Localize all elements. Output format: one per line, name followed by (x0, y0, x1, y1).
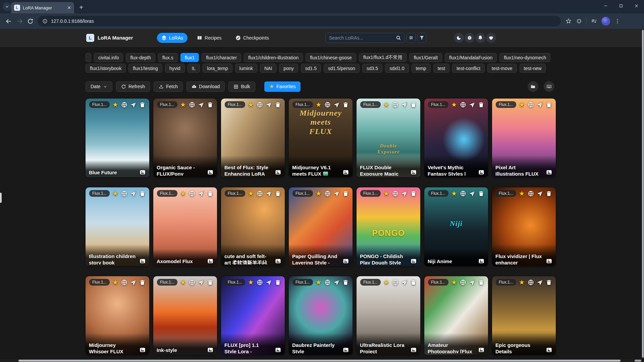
lora-card[interactable]: Flux.1... ★ Pixel Art Illustrations FLUX (492, 99, 556, 177)
filter-tag[interactable]: flux1/character (202, 53, 241, 62)
filter-tag[interactable]: flux.s (158, 53, 178, 62)
filter-tag[interactable]: test-move (487, 64, 517, 73)
filter-tag[interactable]: flux1/children-illustration (244, 53, 303, 62)
trash-icon[interactable] (342, 102, 349, 108)
picture-icon[interactable] (207, 347, 214, 353)
picture-icon[interactable] (342, 169, 349, 176)
filter-tag[interactable]: flux1/testing (128, 64, 162, 73)
lora-card[interactable]: Flux.1... ★ Axomodel Flux (153, 187, 217, 266)
globe-icon[interactable] (121, 190, 127, 197)
picture-icon[interactable] (410, 169, 417, 176)
lora-card[interactable]: Flux.1... ★ cute and soft felt-art 柔软清新羊… (221, 187, 285, 266)
filter-tag[interactable]: sd1.5 (301, 64, 321, 73)
send-icon[interactable] (266, 279, 272, 286)
tab-close-icon[interactable]: ✕ (67, 5, 71, 10)
search-options-button[interactable] (407, 33, 416, 43)
lora-card[interactable]: Flux.1... ★ Epic gorgeous Details (492, 276, 556, 355)
trash-icon[interactable] (139, 279, 146, 286)
lora-card[interactable]: Double Exposure Flux.1... ★ FLUX Double … (357, 99, 420, 177)
picture-icon[interactable] (546, 258, 552, 264)
favorite-star-icon[interactable]: ★ (316, 279, 322, 286)
bookmark-star-icon[interactable] (566, 18, 572, 24)
tab-search-button[interactable] (3, 2, 11, 11)
picture-icon[interactable] (546, 347, 552, 353)
reload-icon[interactable] (25, 16, 36, 26)
send-icon[interactable] (537, 190, 543, 197)
trash-icon[interactable] (546, 279, 552, 286)
send-icon[interactable] (469, 102, 475, 108)
globe-icon[interactable] (189, 102, 195, 108)
filter-tag[interactable]: IL (187, 64, 200, 73)
sort-select[interactable]: Date (86, 81, 112, 92)
filter-tag[interactable]: flux1/chinese-goose (306, 53, 356, 62)
support-button[interactable] (486, 33, 496, 43)
media-controls-icon[interactable] (591, 18, 597, 24)
globe-icon[interactable] (324, 279, 331, 286)
picture-icon[interactable] (410, 258, 417, 264)
trash-icon[interactable] (342, 279, 349, 286)
favorites-filter-button[interactable]: ★ Favorites (264, 81, 301, 92)
send-icon[interactable] (130, 102, 137, 108)
send-icon[interactable] (469, 190, 475, 197)
search-box[interactable] (325, 33, 405, 43)
trash-icon[interactable] (478, 102, 484, 108)
profile-avatar[interactable] (601, 17, 610, 25)
lora-card[interactable]: Flux.1... ★ Organic Sauce - FLUX/Pony (153, 99, 217, 177)
picture-icon[interactable] (275, 258, 281, 264)
download-button[interactable]: Download (186, 81, 225, 92)
favorite-star-icon[interactable]: ★ (248, 190, 254, 197)
tab-recipes[interactable]: Recipes (193, 33, 226, 43)
lora-card[interactable]: Flux.1... ★ Ink-style (153, 276, 217, 355)
notifications-button[interactable] (475, 33, 485, 43)
globe-icon[interactable] (189, 279, 195, 286)
lora-card[interactable]: PONGO Flux.1... ★ PONGO - Childish Play … (357, 187, 420, 266)
filter-tag[interactable]: flux1 (180, 53, 199, 62)
globe-icon[interactable] (257, 279, 263, 286)
keyboard-shortcuts-button[interactable] (544, 81, 554, 92)
trash-icon[interactable] (139, 190, 146, 197)
trash-icon[interactable] (207, 102, 213, 108)
picture-icon[interactable] (342, 347, 349, 353)
send-icon[interactable] (266, 190, 272, 197)
filter-tag[interactable]: flux1/storybook (86, 64, 126, 73)
browser-menu-icon[interactable] (614, 18, 621, 24)
favorite-star-icon[interactable]: ★ (383, 190, 389, 197)
favorite-star-icon[interactable]: ★ (112, 101, 118, 108)
forward-icon[interactable] (14, 16, 25, 26)
send-icon[interactable] (198, 102, 204, 108)
lora-card[interactable]: Flux.1... ★ UltraRealistic Lora Project (357, 276, 420, 355)
picture-icon[interactable] (139, 258, 146, 264)
trash-icon[interactable] (546, 102, 552, 108)
filter-tag[interactable]: test-conflict (452, 64, 485, 73)
trash-icon[interactable] (275, 279, 281, 286)
send-icon[interactable] (401, 190, 408, 197)
lora-card[interactable]: Flux.1... ★ Daubrez Painterly Style (289, 276, 353, 355)
picture-icon[interactable] (139, 347, 146, 353)
filter-tag[interactable]: flux1/MandalaFusion (445, 53, 497, 62)
globe-icon[interactable] (324, 102, 331, 108)
globe-icon[interactable] (324, 190, 331, 197)
favorite-star-icon[interactable]: ★ (383, 101, 389, 108)
favorite-star-icon[interactable]: ★ (248, 101, 254, 108)
send-icon[interactable] (198, 190, 204, 197)
lora-card[interactable]: Flux.1... ★ FLUX [pro] 1.1 Style Lora - … (221, 276, 285, 355)
favorite-star-icon[interactable]: ★ (519, 190, 525, 197)
globe-icon[interactable] (460, 190, 466, 197)
globe-icon[interactable] (460, 102, 466, 108)
globe-icon[interactable] (257, 190, 263, 197)
send-icon[interactable] (537, 279, 543, 286)
globe-icon[interactable] (528, 102, 534, 108)
picture-icon[interactable] (342, 258, 349, 264)
extensions-icon[interactable] (576, 18, 582, 24)
lora-card[interactable]: Flux.1... ★ Illustration children story … (86, 187, 149, 266)
trash-icon[interactable] (478, 190, 484, 197)
site-info-icon[interactable] (42, 18, 48, 24)
theme-toggle-button[interactable] (454, 33, 464, 43)
send-icon[interactable] (401, 279, 408, 286)
filter-tag[interactable]: hyvid (165, 64, 185, 73)
new-tab-button[interactable]: + (77, 3, 86, 12)
favorite-star-icon[interactable]: ★ (180, 101, 186, 108)
bulk-button[interactable]: Bulk (228, 81, 255, 92)
picture-icon[interactable] (207, 169, 214, 176)
lora-card[interactable]: Flux.1... ★ Best of Flux: Style Enhancin… (221, 99, 285, 177)
